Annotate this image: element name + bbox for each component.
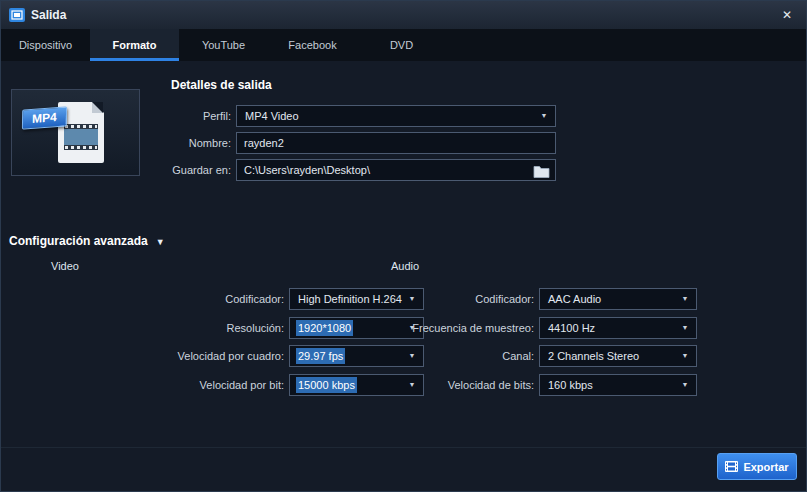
audio-bitrate-label: Velocidad de bits: xyxy=(361,374,534,396)
export-label: Exportar xyxy=(743,461,788,473)
tab-youtube[interactable]: YouTube xyxy=(179,29,268,61)
app-icon xyxy=(9,7,25,23)
save-path-field xyxy=(236,159,556,181)
window-title: Salida xyxy=(31,1,66,29)
footer-divider xyxy=(1,447,806,448)
tab-facebook[interactable]: Facebook xyxy=(268,29,357,61)
chevron-down-icon[interactable]: ▼ xyxy=(678,289,692,309)
tab-dispositivo[interactable]: Dispositivo xyxy=(1,29,90,61)
output-details-heading: Detalles de salida xyxy=(171,78,272,92)
advanced-heading-text: Configuración avanzada xyxy=(9,234,148,248)
titlebar: Salida ✕ xyxy=(1,1,806,30)
sample-rate-label: Frecuencia de muestreo: xyxy=(361,317,534,339)
audio-bitrate-value: 160 kbps xyxy=(546,377,595,393)
resolution-label: Resolución: xyxy=(81,317,284,339)
tab-formato[interactable]: Formato xyxy=(90,29,179,61)
audio-encoder-dropdown[interactable]: AAC Audio ▼ xyxy=(539,288,697,310)
advanced-heading: Configuración avanzada▼ xyxy=(9,234,165,248)
video-bitrate-value: 15000 kbps xyxy=(296,377,357,393)
save-path-input[interactable] xyxy=(237,160,555,180)
video-bitrate-label: Velocidad por bit: xyxy=(81,374,284,396)
framerate-label: Velocidad por cuadro: xyxy=(81,345,284,367)
channel-label: Canal: xyxy=(361,345,534,367)
chevron-down-icon[interactable]: ▼ xyxy=(678,346,692,366)
tab-bar: Dispositivo Formato YouTube Facebook DVD xyxy=(1,29,806,61)
video-section-heading: Video xyxy=(51,260,79,272)
channel-dropdown[interactable]: 2 Channels Stereo ▼ xyxy=(539,345,697,367)
resolution-value: 1920*1080 xyxy=(296,320,353,336)
tab-dvd[interactable]: DVD xyxy=(357,29,446,61)
chevron-down-icon[interactable]: ▼ xyxy=(678,375,692,395)
filmstrip-icon xyxy=(64,124,98,150)
framerate-value: 29.97 fps xyxy=(296,348,345,364)
sample-rate-dropdown[interactable]: 44100 Hz ▼ xyxy=(539,317,697,339)
channel-value: 2 Channels Stereo xyxy=(546,348,641,364)
export-button[interactable]: Exportar xyxy=(717,453,797,480)
audio-encoder-value: AAC Audio xyxy=(546,291,603,307)
folder-icon[interactable] xyxy=(533,164,550,177)
sample-rate-value: 44100 Hz xyxy=(546,320,597,336)
format-badge: MP4 xyxy=(22,106,67,129)
video-encoder-label: Codificador: xyxy=(81,288,284,310)
audio-bitrate-dropdown[interactable]: 160 kbps ▼ xyxy=(539,374,697,396)
audio-section-heading: Audio xyxy=(391,260,419,272)
export-dialog: Salida ✕ Dispositivo Formato YouTube Fac… xyxy=(0,0,807,492)
close-icon[interactable]: ✕ xyxy=(774,1,800,29)
save-path-label: Guardar en: xyxy=(101,159,231,181)
profile-label: Perfil: xyxy=(101,105,231,127)
profile-value: MP4 Video xyxy=(243,108,301,124)
name-label: Nombre: xyxy=(101,132,231,154)
name-field xyxy=(236,132,556,154)
profile-dropdown[interactable]: MP4 Video ▼ xyxy=(236,105,556,127)
chevron-down-icon[interactable]: ▼ xyxy=(537,106,551,126)
advanced-toggle-icon[interactable]: ▼ xyxy=(156,237,165,247)
name-input[interactable] xyxy=(237,133,555,153)
audio-encoder-label: Codificador: xyxy=(361,288,534,310)
film-icon xyxy=(725,461,738,472)
chevron-down-icon[interactable]: ▼ xyxy=(678,318,692,338)
